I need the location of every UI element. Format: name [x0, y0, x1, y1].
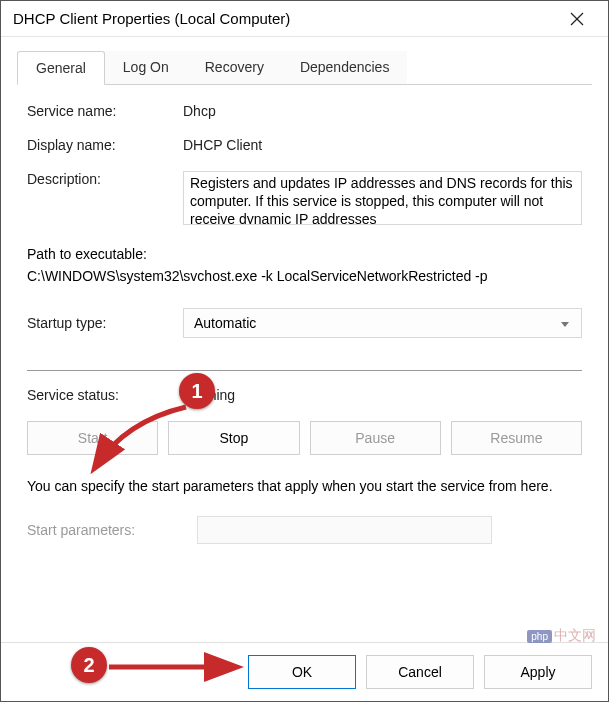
- tab-general[interactable]: General: [17, 51, 105, 85]
- description-label: Description:: [27, 171, 183, 187]
- service-status-label: Service status:: [27, 387, 183, 403]
- window-title: DHCP Client Properties (Local Computer): [13, 10, 554, 27]
- properties-dialog: DHCP Client Properties (Local Computer) …: [0, 0, 609, 702]
- close-icon: [570, 12, 584, 26]
- tab-panel-general: Service name: Dhcp Display name: DHCP Cl…: [17, 85, 592, 554]
- start-parameters-input: [197, 516, 492, 544]
- start-button: Start: [27, 421, 158, 455]
- tab-dependencies[interactable]: Dependencies: [282, 51, 408, 85]
- startup-type-label: Startup type:: [27, 315, 183, 331]
- start-parameters-label: Start parameters:: [27, 522, 197, 538]
- cancel-button[interactable]: Cancel: [366, 655, 474, 689]
- tab-logon[interactable]: Log On: [105, 51, 187, 85]
- dialog-content: General Log On Recovery Dependencies Ser…: [1, 37, 608, 642]
- close-button[interactable]: [554, 2, 600, 36]
- parameters-hint: You can specify the start parameters tha…: [27, 477, 582, 497]
- titlebar: DHCP Client Properties (Local Computer): [1, 1, 608, 37]
- service-name-label: Service name:: [27, 103, 183, 119]
- path-value: C:\WINDOWS\system32\svchost.exe -k Local…: [27, 265, 582, 287]
- description-box[interactable]: Registers and updates IP addresses and D…: [183, 171, 582, 225]
- service-name-value: Dhcp: [183, 103, 582, 119]
- display-name-value: DHCP Client: [183, 137, 582, 153]
- pause-button: Pause: [310, 421, 441, 455]
- ok-button[interactable]: OK: [248, 655, 356, 689]
- resume-button: Resume: [451, 421, 582, 455]
- tab-recovery[interactable]: Recovery: [187, 51, 282, 85]
- tab-strip: General Log On Recovery Dependencies: [17, 51, 592, 85]
- apply-button[interactable]: Apply: [484, 655, 592, 689]
- startup-type-value: Automatic: [194, 315, 256, 331]
- display-name-label: Display name:: [27, 137, 183, 153]
- dialog-footer: OK Cancel Apply: [1, 642, 608, 701]
- section-divider: [27, 370, 582, 371]
- stop-button[interactable]: Stop: [168, 421, 299, 455]
- service-status-value: Running: [183, 387, 582, 403]
- startup-type-select[interactable]: Automatic: [183, 308, 582, 338]
- path-label: Path to executable:: [27, 243, 582, 265]
